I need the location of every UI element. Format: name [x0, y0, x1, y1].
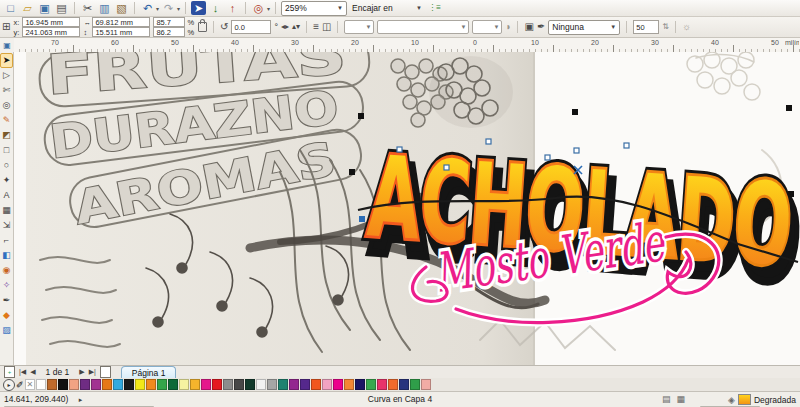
chevron-down-icon[interactable]: ▾: [267, 5, 270, 12]
last-page-icon[interactable]: ▶|: [89, 368, 96, 376]
palette-swatch[interactable]: [256, 379, 266, 390]
curve-node[interactable]: [545, 155, 550, 160]
first-page-icon[interactable]: |◀: [19, 368, 26, 376]
options-icon[interactable]: ⋮≡: [427, 1, 442, 15]
freehand-tool[interactable]: ✎: [0, 113, 13, 128]
palette-swatch[interactable]: [410, 379, 420, 390]
palette-swatch[interactable]: [366, 379, 376, 390]
color-profile-icon[interactable]: ▦: [676, 394, 685, 404]
shape-tool[interactable]: ▷: [0, 68, 13, 83]
reduce-nodes-icon[interactable]: ☼: [682, 22, 691, 32]
color-picker-icon[interactable]: ✐: [16, 380, 24, 390]
palette-swatch[interactable]: [91, 379, 101, 390]
blend-tool[interactable]: ◧: [0, 248, 13, 263]
rectangle-tool[interactable]: □: [0, 143, 13, 158]
ellipse-tool[interactable]: ○: [0, 158, 13, 173]
fill-tool[interactable]: ◆: [0, 308, 13, 323]
palette-swatch[interactable]: [47, 379, 57, 390]
order-icon[interactable]: ≡: [313, 22, 319, 32]
palette-scroll-icon[interactable]: ▸: [3, 379, 15, 391]
paste-icon[interactable]: ▧: [114, 1, 129, 15]
contour-tool[interactable]: ◉: [0, 263, 13, 278]
palette-swatch[interactable]: [421, 379, 431, 390]
to-front-icon[interactable]: ▣: [524, 22, 533, 32]
horizontal-ruler[interactable]: milímetros 7060504030201001020304050: [14, 38, 800, 53]
page-menu-icon[interactable]: [100, 366, 111, 378]
eyedropper-tool[interactable]: ✧: [0, 278, 13, 293]
flip-icon[interactable]: ◫: [322, 22, 331, 32]
object-height-field[interactable]: 15.511 mm: [92, 27, 150, 37]
polygon-tool[interactable]: ✦: [0, 173, 13, 188]
palette-swatch[interactable]: [102, 379, 112, 390]
chevron-down-icon[interactable]: ▾: [177, 5, 180, 12]
scale-h-field[interactable]: 85.7: [153, 17, 185, 27]
page-tab[interactable]: Página 1: [121, 366, 177, 379]
outline-width-combo[interactable]: Ninguna ▼: [548, 20, 620, 35]
print-icon[interactable]: ▤: [54, 1, 69, 15]
welcome-icon[interactable]: ➤: [191, 1, 206, 15]
palette-swatch[interactable]: [135, 379, 145, 390]
palette-swatch[interactable]: [355, 379, 365, 390]
import-icon[interactable]: ↓: [208, 1, 223, 15]
new-icon[interactable]: □: [3, 1, 18, 15]
palette-swatch[interactable]: [245, 379, 255, 390]
palette-swatch[interactable]: [212, 379, 222, 390]
close-curve-icon[interactable]: ◗: [505, 22, 511, 32]
fill-indicator[interactable]: ◈ Degradada: [728, 394, 796, 405]
text-tool[interactable]: A: [0, 188, 13, 203]
next-page-icon[interactable]: ▶: [79, 368, 84, 376]
curve-node[interactable]: [486, 139, 491, 144]
palette-swatch[interactable]: [278, 379, 288, 390]
palette-swatch[interactable]: [80, 379, 90, 390]
palette-swatch[interactable]: [113, 379, 123, 390]
object-width-field[interactable]: 69.812 mm: [92, 17, 150, 27]
palette-swatch[interactable]: [311, 379, 321, 390]
palette-swatch[interactable]: [69, 379, 79, 390]
spinner-icon[interactable]: ⇅: [662, 23, 669, 31]
undo-icon[interactable]: ↶: [140, 1, 155, 15]
palette-swatch[interactable]: [377, 379, 387, 390]
palette-swatch[interactable]: [234, 379, 244, 390]
table-tool[interactable]: ▦: [0, 203, 13, 218]
palette-swatch[interactable]: [388, 379, 398, 390]
copy-icon[interactable]: ▥: [97, 1, 112, 15]
selection-handle[interactable]: [786, 105, 792, 111]
end-arrowhead-combo[interactable]: ▼: [472, 20, 502, 34]
palette-swatch[interactable]: [322, 379, 332, 390]
lock-ratio-icon[interactable]: [198, 22, 207, 32]
interactive-fill-tool[interactable]: ▨: [0, 323, 13, 338]
ruler-origin-button[interactable]: ▣: [0, 38, 15, 53]
palette-swatch[interactable]: [289, 379, 299, 390]
palette-swatch[interactable]: [300, 379, 310, 390]
x-position-field[interactable]: 16.945 mm: [22, 17, 80, 27]
palette-swatch[interactable]: [36, 379, 46, 390]
palette-swatch[interactable]: [223, 379, 233, 390]
mirror-horizontal-icon[interactable]: ◂▸: [281, 23, 289, 31]
rotation-field[interactable]: 0.0: [231, 20, 271, 34]
palette-swatch[interactable]: [190, 379, 200, 390]
selection-handle[interactable]: [349, 169, 355, 175]
palette-swatch[interactable]: [179, 379, 189, 390]
selected-node[interactable]: [359, 216, 365, 222]
palette-swatch[interactable]: [333, 379, 343, 390]
crop-tool[interactable]: ✄: [0, 83, 13, 98]
palette-swatch[interactable]: [146, 379, 156, 390]
palette-swatch[interactable]: [157, 379, 167, 390]
palette-swatch[interactable]: [267, 379, 277, 390]
no-color-swatch[interactable]: [25, 379, 35, 390]
palette-swatch[interactable]: [201, 379, 211, 390]
redo-icon[interactable]: ↷: [161, 1, 176, 15]
zoom-tool[interactable]: ◎: [0, 98, 13, 113]
smoothness-field[interactable]: 50: [633, 20, 659, 34]
print-preview-icon[interactable]: ◎: [251, 1, 266, 15]
export-icon[interactable]: ↑: [225, 1, 240, 15]
open-icon[interactable]: ▱: [20, 1, 35, 15]
palette-swatch[interactable]: [399, 379, 409, 390]
cut-icon[interactable]: ✂: [80, 1, 95, 15]
selection-handle[interactable]: [572, 109, 578, 115]
selection-handle[interactable]: [788, 191, 794, 197]
zoom-level-combo[interactable]: 259% ▼: [281, 1, 347, 16]
curve-node[interactable]: [574, 148, 579, 153]
scale-v-field[interactable]: 86.2: [153, 27, 185, 37]
curve-node[interactable]: [624, 143, 629, 148]
